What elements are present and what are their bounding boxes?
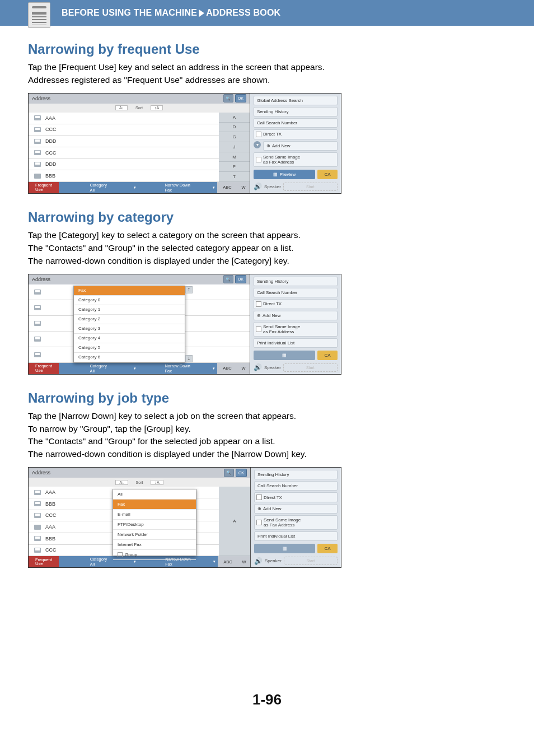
dropdown-item[interactable]: Category 6: [74, 353, 185, 362]
sort-asc-button[interactable]: A↓: [115, 105, 128, 110]
dropdown-item[interactable]: Category 1: [74, 305, 185, 315]
start-button[interactable]: Start: [284, 557, 338, 565]
abc-button[interactable]: ABC: [218, 556, 238, 567]
w-button[interactable]: W: [237, 182, 250, 193]
search-icon[interactable]: 🔍: [224, 469, 234, 477]
ca-button[interactable]: CA: [317, 544, 338, 553]
frequent-use-button[interactable]: Frequent Use: [29, 182, 59, 193]
list-item[interactable]: AAA: [29, 113, 219, 124]
scroll-down-icon[interactable]: ▾: [254, 141, 261, 148]
preview-icon: ▦: [283, 546, 287, 551]
ok-button[interactable]: OK: [235, 275, 246, 283]
add-new[interactable]: ⊕Add New: [254, 311, 338, 320]
index-letter[interactable]: A: [219, 113, 250, 123]
dropdown-item[interactable]: Fax: [74, 286, 185, 296]
add-new[interactable]: ⊕Add New: [263, 141, 338, 151]
dropdown-item[interactable]: Fax: [113, 500, 196, 510]
direct-tx[interactable]: Direct TX: [254, 299, 338, 309]
dropdown-item[interactable]: E-mail: [113, 510, 196, 520]
w-button[interactable]: W: [238, 556, 250, 567]
dropdown-item[interactable]: Category 4: [74, 334, 185, 343]
heading-category: Narrowing by category: [28, 209, 506, 225]
start-button[interactable]: Start: [283, 363, 338, 372]
dropdown-item[interactable]: Category 0: [74, 296, 185, 305]
index-letter[interactable]: P: [219, 162, 250, 172]
search-icon[interactable]: 🔍: [223, 94, 233, 102]
section-frequent-use: Narrowing by frequent Use Tap the [Frequ…: [28, 41, 506, 194]
list-item[interactable]: CCC: [29, 124, 219, 136]
index-letter[interactable]: D: [219, 123, 250, 133]
checkbox-icon: [256, 301, 261, 307]
preview-button[interactable]: ▦: [254, 351, 315, 360]
preview-button[interactable]: ▦: [254, 544, 315, 553]
fax-icon: [34, 115, 41, 120]
dropdown-item[interactable]: FTP/Desktop: [113, 520, 196, 530]
ca-button[interactable]: CA: [317, 351, 338, 360]
dropdown-item[interactable]: Category 3: [74, 324, 185, 334]
category-button[interactable]: Category All▾: [59, 182, 138, 193]
index-letter[interactable]: M: [219, 152, 250, 162]
global-address-search[interactable]: Global Address Search: [254, 96, 338, 105]
screenshot-narrow-down: Address 🔍 OK A↓ Sort ↕A AAA BBB CCC AAA …: [28, 467, 341, 568]
dropdown-item[interactable]: Internet Fax: [113, 540, 196, 550]
list-item[interactable]: DDD: [29, 136, 219, 147]
direct-tx[interactable]: Direct TX: [254, 129, 338, 139]
print-individual-list[interactable]: Print Individual List: [254, 531, 338, 541]
fax-icon: [34, 150, 41, 155]
direct-tx[interactable]: Direct TX: [254, 492, 338, 502]
index-letter[interactable]: J: [219, 142, 250, 152]
ok-button[interactable]: OK: [235, 94, 246, 102]
narrow-down-button[interactable]: Narrow Down Fax▾: [138, 182, 218, 193]
preview-button[interactable]: ▦Preview: [254, 170, 315, 179]
call-search-number[interactable]: Call Search Number: [254, 288, 338, 297]
call-search-number[interactable]: Call Search Number: [254, 481, 338, 491]
index-letter[interactable]: T: [219, 172, 250, 182]
checkbox-icon: [256, 326, 261, 332]
scroll-down-icon[interactable]: ⤓: [185, 355, 193, 362]
start-button[interactable]: Start: [283, 183, 338, 191]
s2-p2: The "Contacts" and "Group" in the select…: [28, 242, 506, 254]
send-same-image[interactable]: Send Same Image as Fax Address: [254, 515, 338, 530]
abc-button[interactable]: ABC: [217, 182, 237, 193]
dropdown-item[interactable]: Group: [113, 550, 196, 560]
abc-button[interactable]: ABC: [217, 363, 237, 374]
category-button[interactable]: Category All▾: [59, 363, 138, 374]
dropdown-item[interactable]: Category 5: [74, 343, 185, 353]
list-item[interactable]: BBB: [29, 170, 219, 182]
fax-icon: [34, 305, 41, 310]
send-same-image[interactable]: Send Same Image as Fax Address: [254, 322, 338, 337]
index-letter[interactable]: A: [219, 487, 250, 556]
dropdown-item[interactable]: Category 2: [74, 315, 185, 324]
frequent-use-button[interactable]: Frequent Use: [29, 556, 59, 567]
ca-button[interactable]: CA: [317, 170, 338, 179]
frequent-use-button[interactable]: Frequent Use: [29, 363, 59, 374]
list-item[interactable]: CCC: [29, 147, 219, 159]
w-button[interactable]: W: [237, 363, 250, 374]
narrow-down-button[interactable]: Narrow Down Fax▾: [138, 363, 218, 374]
add-new[interactable]: ⊕Add New: [254, 504, 338, 514]
sort-label: Sort: [135, 106, 143, 110]
dropdown-item[interactable]: Network Folder: [113, 530, 196, 540]
index-letter[interactable]: G: [219, 132, 250, 142]
search-icon[interactable]: 🔍: [223, 275, 233, 283]
sort-asc-button[interactable]: A↓: [115, 480, 128, 485]
s3-p1: Tap the [Narrow Down] key to select a jo…: [28, 410, 506, 422]
call-search-number[interactable]: Call Search Number: [254, 118, 338, 128]
sending-history[interactable]: Sending History: [254, 277, 338, 286]
preview-icon: ▦: [273, 172, 278, 177]
sort-desc-button[interactable]: ↕A: [151, 480, 163, 485]
speaker-icon: 🔊: [254, 363, 262, 371]
speaker-label: Speaker: [265, 558, 282, 563]
checkbox-icon: [256, 494, 262, 500]
sending-history[interactable]: Sending History: [254, 107, 338, 116]
sort-desc-button[interactable]: ↕A: [151, 105, 163, 110]
dropdown-item[interactable]: All: [113, 489, 196, 500]
fax-icon: [34, 321, 41, 326]
print-individual-list[interactable]: Print Individual List: [254, 338, 338, 348]
scroll-up-icon[interactable]: ⤒: [185, 286, 193, 293]
ok-button[interactable]: OK: [236, 469, 247, 477]
sending-history[interactable]: Sending History: [254, 470, 338, 479]
list-item[interactable]: DDD: [29, 159, 219, 171]
speaker-icon: 🔊: [254, 183, 262, 190]
send-same-image[interactable]: Send Same Image as Fax Address: [254, 152, 338, 167]
